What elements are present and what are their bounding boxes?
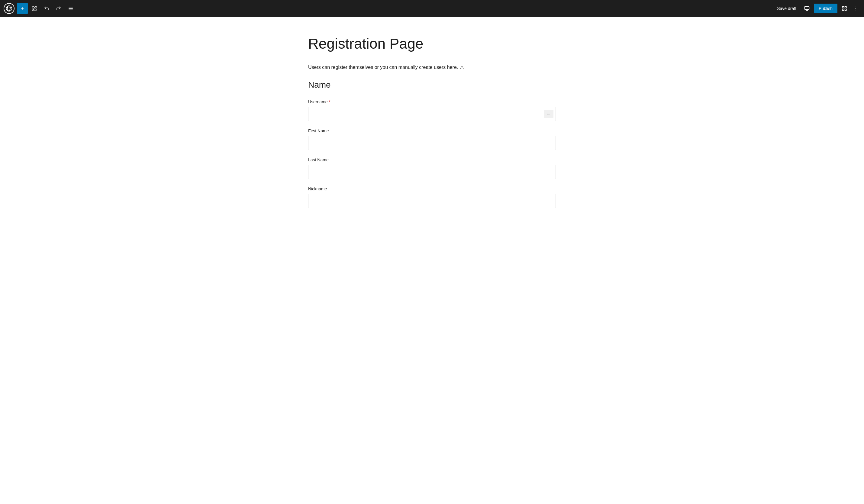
undo-button[interactable]: [41, 3, 52, 14]
save-draft-button[interactable]: Save draft: [773, 4, 800, 13]
add-block-button[interactable]: +: [17, 3, 28, 14]
warning-icon: ⚠: [460, 65, 464, 70]
svg-point-12: [855, 10, 856, 10]
username-options-button[interactable]: ···: [544, 110, 553, 118]
first-name-input-wrapper: [308, 136, 556, 150]
svg-rect-6: [842, 7, 844, 8]
first-name-label: First Name: [308, 129, 556, 133]
last-name-input[interactable]: [308, 165, 556, 179]
settings-button[interactable]: [840, 4, 849, 13]
nickname-input[interactable]: [308, 194, 556, 208]
svg-point-11: [855, 8, 856, 9]
name-section-heading: Name: [308, 80, 556, 90]
list-view-button[interactable]: [65, 3, 76, 14]
username-label: Username *: [308, 99, 556, 104]
username-field-section: Username * ···: [308, 99, 556, 121]
publish-button[interactable]: Publish: [814, 4, 837, 13]
toolbar-right: Save draft Publish: [773, 4, 860, 13]
last-name-label: Last Name: [308, 157, 556, 162]
svg-rect-9: [842, 9, 844, 11]
options-button[interactable]: [851, 4, 860, 13]
redo-button[interactable]: [53, 3, 64, 14]
username-required-star: *: [329, 99, 331, 104]
preview-button[interactable]: [802, 4, 812, 13]
main-content: Registration Page Users can register the…: [302, 17, 562, 233]
toolbar: + Save draft: [0, 0, 864, 17]
nickname-field-section: Nickname: [308, 187, 556, 208]
nickname-label: Nickname: [308, 187, 556, 191]
edit-mode-button[interactable]: [29, 3, 40, 14]
svg-rect-8: [845, 9, 847, 11]
wp-logo[interactable]: [4, 3, 14, 14]
last-name-field-section: Last Name: [308, 157, 556, 179]
page-title: Registration Page: [308, 35, 556, 52]
svg-point-10: [855, 7, 856, 7]
nickname-input-wrapper: [308, 194, 556, 208]
description-text: Users can register themselves or you can…: [308, 65, 556, 70]
username-input[interactable]: [308, 107, 556, 121]
svg-rect-7: [845, 7, 847, 8]
last-name-input-wrapper: [308, 165, 556, 179]
first-name-field-section: First Name: [308, 129, 556, 150]
first-name-input[interactable]: [308, 136, 556, 150]
username-input-wrapper: ···: [308, 107, 556, 121]
svg-rect-3: [805, 7, 809, 10]
